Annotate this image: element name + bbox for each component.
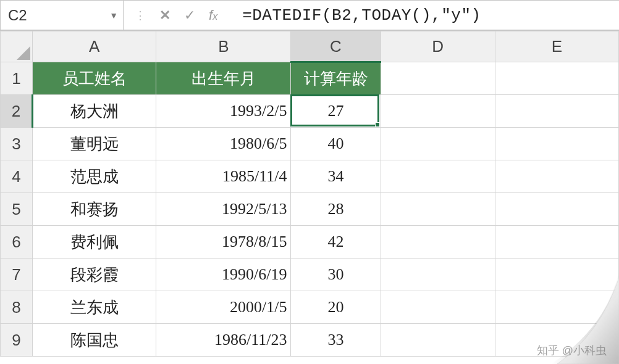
cell-B4[interactable]: 1985/11/4 bbox=[156, 160, 291, 193]
cell-C7[interactable]: 30 bbox=[291, 259, 381, 291]
cell-E1[interactable] bbox=[495, 62, 618, 95]
table-row: 5 和赛扬 1992/5/13 28 bbox=[1, 193, 619, 226]
table-row: 6 费利佩 1978/8/15 42 bbox=[1, 226, 619, 259]
fx-icon[interactable]: fx bbox=[209, 7, 217, 23]
col-header-E[interactable]: E bbox=[495, 31, 618, 62]
cell-D6[interactable] bbox=[381, 226, 495, 259]
cell-E7[interactable] bbox=[495, 259, 618, 291]
cell-E6[interactable] bbox=[495, 226, 618, 259]
col-header-A[interactable]: A bbox=[33, 31, 156, 62]
col-header-D[interactable]: D bbox=[381, 31, 495, 62]
cell-D4[interactable] bbox=[381, 160, 495, 193]
cell-D3[interactable] bbox=[381, 128, 495, 160]
cell-A3[interactable]: 董明远 bbox=[33, 128, 156, 160]
formula-input[interactable]: =DATEDIF(B2,TODAY(),"y") bbox=[229, 0, 619, 30]
cell-A7[interactable]: 段彩霞 bbox=[33, 259, 156, 291]
formula-text: =DATEDIF(B2,TODAY(),"y") bbox=[242, 6, 481, 25]
table-row: 2 杨大洲 1993/2/5 27 bbox=[1, 95, 619, 128]
cell-C1[interactable]: 计算年龄 bbox=[291, 62, 381, 95]
cell-D8[interactable] bbox=[381, 291, 495, 324]
cell-A2[interactable]: 杨大洲 bbox=[33, 95, 156, 128]
cell-E4[interactable] bbox=[495, 160, 618, 193]
split-icon: ⋮ bbox=[135, 9, 146, 22]
row-header-4[interactable]: 4 bbox=[1, 160, 33, 193]
cell-E3[interactable] bbox=[495, 128, 618, 160]
cell-A8[interactable]: 兰东成 bbox=[33, 291, 156, 324]
cell-D7[interactable] bbox=[381, 259, 495, 291]
cell-C9[interactable]: 33 bbox=[291, 324, 381, 357]
cell-C6[interactable]: 42 bbox=[291, 226, 381, 259]
col-header-C[interactable]: C bbox=[291, 31, 381, 62]
name-box-value: C2 bbox=[8, 7, 27, 24]
row-header-6[interactable]: 6 bbox=[1, 226, 33, 259]
cell-B7[interactable]: 1990/6/19 bbox=[156, 259, 291, 291]
cell-C3[interactable]: 40 bbox=[291, 128, 381, 160]
row-header-3[interactable]: 3 bbox=[1, 128, 33, 160]
cell-A6[interactable]: 费利佩 bbox=[33, 226, 156, 259]
table-row: 9 陈国忠 1986/11/23 33 bbox=[1, 324, 619, 357]
cell-B9[interactable]: 1986/11/23 bbox=[156, 324, 291, 357]
cell-A4[interactable]: 范思成 bbox=[33, 160, 156, 193]
column-header-row: A B C D E bbox=[1, 31, 619, 62]
cell-B6[interactable]: 1978/8/15 bbox=[156, 226, 291, 259]
table-row: 1 员工姓名 出生年月 计算年龄 bbox=[1, 62, 619, 95]
cell-C5[interactable]: 28 bbox=[291, 193, 381, 226]
cell-B5[interactable]: 1992/5/13 bbox=[156, 193, 291, 226]
cell-E8[interactable] bbox=[495, 291, 618, 324]
watermark: 知乎 @小科虫 bbox=[537, 343, 607, 358]
grid-table[interactable]: A B C D E 1 员工姓名 出生年月 计算年龄 2 杨大洲 1993/2/… bbox=[0, 31, 619, 357]
formula-bar-buttons: ⋮ ✕ ✓ fx bbox=[124, 0, 229, 30]
name-box[interactable]: C2 ▼ bbox=[0, 0, 124, 30]
cell-B1[interactable]: 出生年月 bbox=[156, 62, 291, 95]
cell-B2[interactable]: 1993/2/5 bbox=[156, 95, 291, 128]
cell-C4[interactable]: 34 bbox=[291, 160, 381, 193]
spreadsheet-grid: A B C D E 1 员工姓名 出生年月 计算年龄 2 杨大洲 1993/2/… bbox=[0, 31, 619, 357]
cell-D2[interactable] bbox=[381, 95, 495, 128]
cell-B3[interactable]: 1980/6/5 bbox=[156, 128, 291, 160]
table-row: 8 兰东成 2000/1/5 20 bbox=[1, 291, 619, 324]
cell-D1[interactable] bbox=[381, 62, 495, 95]
cell-C8[interactable]: 20 bbox=[291, 291, 381, 324]
col-header-B[interactable]: B bbox=[156, 31, 291, 62]
cell-A1[interactable]: 员工姓名 bbox=[33, 62, 156, 95]
formula-bar: C2 ▼ ⋮ ✕ ✓ fx =DATEDIF(B2,TODAY(),"y") bbox=[0, 0, 619, 31]
table-row: 3 董明远 1980/6/5 40 bbox=[1, 128, 619, 160]
row-header-1[interactable]: 1 bbox=[1, 62, 33, 95]
cancel-icon[interactable]: ✕ bbox=[159, 7, 171, 23]
row-header-8[interactable]: 8 bbox=[1, 291, 33, 324]
name-box-dropdown-icon[interactable]: ▼ bbox=[109, 10, 118, 20]
cell-D5[interactable] bbox=[381, 193, 495, 226]
table-row: 4 范思成 1985/11/4 34 bbox=[1, 160, 619, 193]
cell-D9[interactable] bbox=[381, 324, 495, 357]
table-row: 7 段彩霞 1990/6/19 30 bbox=[1, 259, 619, 291]
row-header-2[interactable]: 2 bbox=[1, 95, 33, 128]
enter-icon[interactable]: ✓ bbox=[184, 7, 195, 23]
cell-C2[interactable]: 27 bbox=[291, 95, 381, 128]
cell-E2[interactable] bbox=[495, 95, 618, 128]
row-header-5[interactable]: 5 bbox=[1, 193, 33, 226]
cell-A5[interactable]: 和赛扬 bbox=[33, 193, 156, 226]
select-all-corner[interactable] bbox=[1, 31, 33, 62]
cell-E5[interactable] bbox=[495, 193, 618, 226]
cell-A9[interactable]: 陈国忠 bbox=[33, 324, 156, 357]
cell-B8[interactable]: 2000/1/5 bbox=[156, 291, 291, 324]
row-header-9[interactable]: 9 bbox=[1, 324, 33, 357]
row-header-7[interactable]: 7 bbox=[1, 259, 33, 291]
